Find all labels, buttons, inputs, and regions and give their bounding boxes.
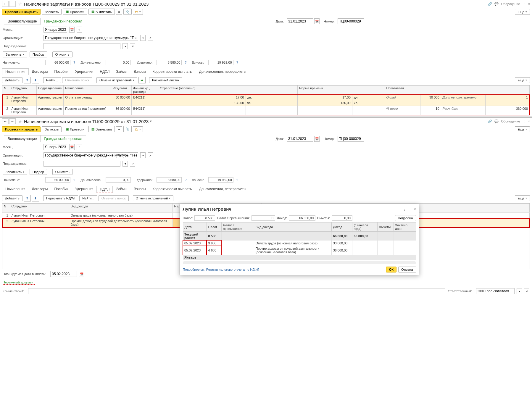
number-input[interactable] (338, 18, 364, 24)
col-n[interactable]: N (2, 204, 10, 213)
held-help-icon[interactable]: ? (185, 178, 186, 182)
held-help-icon[interactable]: ? (185, 61, 186, 64)
tab-military[interactable]: Военнослужащие (4, 135, 41, 142)
close-icon[interactable]: × (528, 2, 530, 6)
pcol-income[interactable]: Доход (331, 222, 352, 232)
col-n[interactable]: N (2, 86, 10, 95)
scrollbar[interactable] (183, 261, 416, 264)
accrued-help-icon[interactable]: ? (73, 178, 75, 182)
clear-button[interactable]: Очистить (52, 51, 72, 57)
find-button[interactable]: Найти... (79, 195, 97, 201)
post-button[interactable]: ▣Провести (63, 9, 87, 15)
details-button[interactable]: Подробно (395, 215, 416, 221)
add-button[interactable]: Добавить (2, 195, 22, 201)
dept-open-button[interactable]: ↗ (130, 43, 135, 49)
recalc-button[interactable]: Пересчитать НДФЛ (43, 195, 78, 201)
subtab-contracts[interactable]: Договоры (29, 68, 51, 75)
table-row[interactable]: 2 Лупин Илья Петрович Администрация Прем… (2, 106, 530, 115)
org-input[interactable] (43, 35, 138, 41)
month-input[interactable] (43, 27, 67, 33)
date-picker-button[interactable]: 📅 (314, 18, 320, 24)
subtab-contrib[interactable]: Взносы (130, 68, 149, 75)
col-result[interactable]: Результат (111, 86, 132, 95)
dept-input[interactable] (43, 161, 120, 167)
fill-button[interactable]: Заполнить (3, 51, 27, 57)
subtab-additional[interactable]: Доначисления, перерасчеты (196, 186, 249, 193)
nav-back-button[interactable]: ← (2, 1, 9, 7)
popup-row[interactable]: 05.02.2023 3 900 Оплата труда (основная … (183, 241, 416, 246)
pick-button[interactable]: Подбор (30, 169, 47, 175)
report-button[interactable]: ≡ (116, 9, 122, 15)
move-up-button[interactable]: ⬆ (24, 195, 31, 201)
col-emp[interactable]: Сотрудник (10, 204, 69, 213)
dept-dd-button[interactable]: ▾ (122, 43, 128, 49)
month-input[interactable] (43, 144, 67, 150)
date-picker-button[interactable]: 📅 (314, 136, 320, 142)
discuss-icon[interactable]: 💬 (494, 2, 499, 6)
discuss-icon[interactable]: 💬 (494, 120, 499, 123)
pcol-deduct[interactable]: Вычеты (377, 222, 394, 232)
move-up-button[interactable]: ⬆ (24, 77, 31, 83)
subtab-accruals[interactable]: Начисления (2, 68, 29, 75)
org-dd-button[interactable]: ▾ (140, 35, 146, 41)
link-icon[interactable]: 🔗 (488, 2, 492, 6)
dept-input[interactable] (43, 43, 120, 49)
subtab-corrections[interactable]: Корректировки выплаты (149, 186, 196, 193)
col-accrual[interactable]: Начисление (64, 86, 111, 95)
org-input[interactable] (43, 152, 138, 158)
post-close-button[interactable]: Провести и закрыть (2, 9, 41, 15)
col-emp[interactable]: Сотрудник (10, 86, 36, 95)
pay-button[interactable]: ▤Выплатить (88, 126, 115, 132)
subtab-deductions[interactable]: Удержания (72, 186, 97, 193)
accrued-help-icon[interactable]: ? (73, 61, 75, 64)
pcol-ytd[interactable]: (с начала года) (352, 222, 377, 232)
ndfl-register-link[interactable]: Подробнее см. Регистр налогового учета п… (183, 268, 259, 271)
resp-dd-button[interactable]: ▾ (517, 288, 522, 294)
month-picker-button[interactable]: 📅 (69, 27, 75, 33)
close-icon[interactable]: × (528, 120, 530, 123)
star-icon[interactable]: ★ (18, 119, 22, 124)
popup-row[interactable]: 05.02.2023 4 680 Прочие доходы от трудов… (183, 246, 416, 255)
nav-fwd-button[interactable]: → (9, 1, 16, 7)
pcol-excess[interactable]: Налог с превышения (221, 222, 254, 232)
dept-dd-button[interactable]: ▾ (122, 161, 128, 167)
save-button[interactable]: Записать (42, 126, 62, 132)
link-icon[interactable]: 🔗 (488, 120, 492, 123)
payslip-button[interactable]: Расчетный листок (149, 77, 182, 83)
more-button[interactable]: Еще (515, 9, 530, 15)
table-row[interactable]: 1 Лупин Илья Петрович Администрация Опла… (2, 95, 530, 100)
subtab-accruals[interactable]: Начисления (2, 186, 29, 193)
popup-menu-icon[interactable]: ⋮ (403, 207, 407, 211)
post-button[interactable]: ▣Провести (63, 126, 87, 132)
popup-max-icon[interactable]: □ (409, 207, 411, 211)
print-button[interactable]: 🗀 (133, 126, 143, 132)
star-icon[interactable]: ☆ (18, 1, 22, 7)
org-dd-button[interactable]: ▾ (140, 152, 146, 158)
grid-more-button[interactable]: Еще (515, 195, 530, 201)
pcol-tax[interactable]: Налог (207, 222, 221, 232)
col-dept[interactable]: Подразделение (36, 86, 64, 95)
subtab-additional[interactable]: Доначисления, перерасчеты (196, 68, 249, 75)
more-menu-icon[interactable]: ⋮ (523, 120, 526, 123)
subtab-ndfl[interactable]: НДФЛ (96, 186, 113, 193)
tab-civilian[interactable]: Гражданский персонал (40, 18, 86, 25)
resp-open-button[interactable]: ↗ (524, 288, 529, 294)
grid-action-button[interactable]: ⬌ (138, 77, 146, 83)
save-button[interactable]: Записать (42, 9, 62, 15)
month-picker-button[interactable]: 📅 (69, 144, 75, 150)
more-menu-icon[interactable]: ⋮ (523, 2, 526, 6)
cancel-fix-button[interactable]: Отмена исправлений (133, 195, 174, 201)
contrib-help-icon[interactable]: ? (236, 61, 238, 64)
cancel-button[interactable]: Отмена (398, 267, 416, 272)
report-button[interactable]: ≡ (116, 126, 122, 132)
primary-doc-link[interactable]: Первичный документ (3, 280, 35, 285)
more-button[interactable]: Еще (515, 126, 530, 132)
print-button[interactable]: 🗀 (133, 9, 143, 15)
org-open-button[interactable]: ↗ (148, 152, 153, 158)
discuss-label[interactable]: Обсуждение (501, 2, 520, 6)
tab-civilian[interactable]: Гражданский персонал (40, 135, 86, 142)
col-worked[interactable]: Отработано (оплачено) (158, 86, 298, 95)
cancel-search-button[interactable]: Отменить поиск (99, 195, 129, 201)
date-input[interactable] (287, 18, 313, 24)
subtab-loans[interactable]: Займы (113, 186, 130, 193)
